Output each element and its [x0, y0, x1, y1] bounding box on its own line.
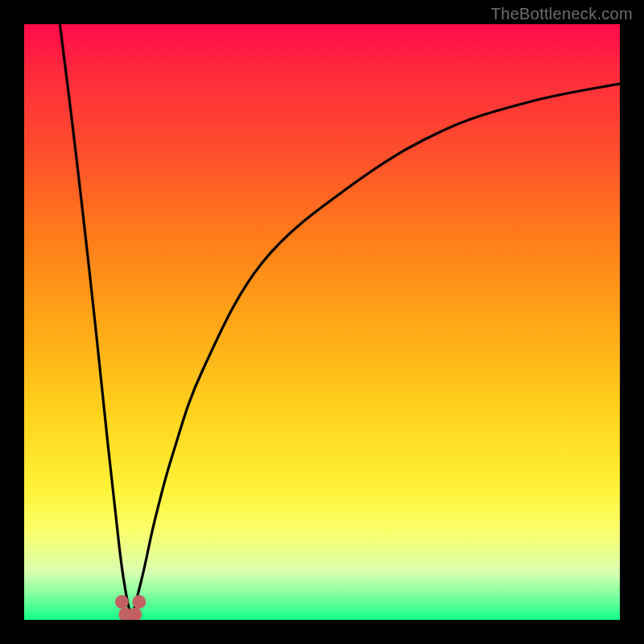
curve-right-branch [131, 84, 620, 620]
chart-frame: TheBottleneck.com [0, 0, 644, 644]
bottleneck-marker-0 [115, 595, 129, 609]
curve-layer [24, 24, 620, 620]
plot-area [24, 24, 620, 620]
bottleneck-marker-3 [132, 595, 146, 609]
watermark-text: TheBottleneck.com [491, 5, 633, 23]
curve-left-branch [60, 24, 131, 620]
